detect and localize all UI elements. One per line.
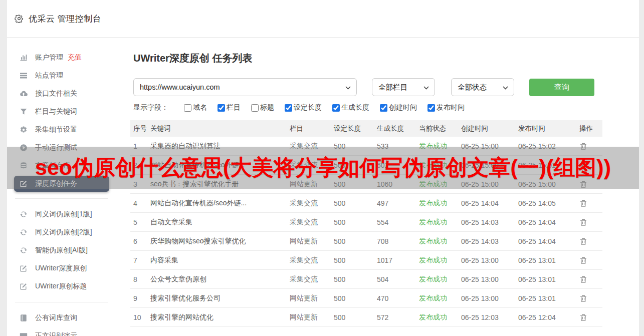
delete-trash-icon[interactable] [579,275,588,283]
cell-column: 采集交流 [290,218,334,227]
cell-set-length: 500 [334,237,377,245]
cell-gen-length: 470 [377,294,419,302]
recharge-link[interactable]: 充值 [68,53,82,62]
checkbox-input[interactable] [251,104,259,112]
cell-actions [579,313,605,321]
table-header-cell: 创建时间 [461,124,518,133]
column-select[interactable]: 全部栏目 [372,78,435,96]
field-checkbox-域名[interactable]: 域名 [184,103,207,112]
cell-keyword: 网站自动化宣传机器/seo外链... [150,199,290,208]
cell-no: 10 [133,313,150,321]
checkbox-label: 域名 [193,103,207,112]
sidebar-divider [15,302,108,302]
field-checkbox-发布时间[interactable]: 发布时间 [427,103,465,112]
checkbox-label: 标题 [260,103,274,112]
sidebar-item-smart-ai[interactable]: 智能伪原创[AI版] [7,241,126,259]
cell-keyword: 自动文章采集 [150,218,290,227]
sidebar-item-collect-settings[interactable]: 采集细节设置 [7,121,126,139]
checkbox-input[interactable] [427,104,435,112]
delete-trash-icon[interactable] [579,199,588,207]
cell-status: 发布成功 [419,218,461,227]
field-checkbox-创建时间[interactable]: 创建时间 [380,103,417,112]
site-select[interactable]: https://www.ucaiyun.com [133,78,357,96]
bar-chart-icon [19,54,28,62]
cell-column: 网站更新 [290,313,334,322]
cell-actions [579,275,605,283]
checkbox-label: 创建时间 [389,103,417,112]
table-header-cell: 关键词 [150,124,290,133]
cell-created-time: 06-25 13:00 [461,256,518,264]
table-row: 6庆华购物网站seo搜索引擎优化网站更新500708发布成功06-25 14:0… [130,232,602,251]
sidebar-item-label: 接口文件相关 [35,89,77,98]
sidebar-item-synonym-v1[interactable]: 同义词伪原创[1版] [7,205,126,223]
cell-column: 采集交流 [290,199,334,208]
field-checkbox-标题[interactable]: 标题 [251,103,274,112]
sidebar-item-public-dict[interactable]: 公有词库查询 [7,309,126,327]
gears-icon [19,126,28,134]
cell-status: 发布成功 [419,256,461,265]
query-button[interactable]: 查询 [529,79,594,96]
delete-trash-icon[interactable] [579,218,588,226]
cell-created-time: 06-25 14:04 [461,199,518,207]
sidebar-item-label: 站点管理 [35,71,63,80]
sidebar-item-label: 账户管理 [35,53,63,62]
cell-set-length: 500 [334,256,377,264]
table-row: 7内容采集采集交流5001017发布成功06-25 13:0006-25 13:… [130,251,602,270]
delete-trash-icon[interactable] [579,294,588,302]
server-icon [19,72,28,80]
cell-status: 发布成功 [419,313,461,322]
cell-gen-length: 572 [377,313,419,321]
checkbox-input[interactable] [285,104,292,112]
sidebar-item-label: 同义词伪原创[1版] [35,210,92,219]
cell-set-length: 500 [334,275,377,283]
monitor-icon [19,332,28,336]
site-select-value: https://www.ucaiyun.com [140,83,220,91]
cell-set-length: 500 [334,218,377,226]
delete-trash-icon[interactable] [579,313,588,321]
cell-keyword: 搜索引擎的网站优化 [150,313,290,322]
checkbox-input[interactable] [332,104,340,112]
checkbox-input[interactable] [218,104,225,112]
sidebar-item-synonym-v2[interactable]: 同义词伪原创[2版] [7,223,126,241]
cell-published-time: 06-25 12:04 [518,313,579,321]
status-select[interactable]: 全部状态 [451,78,514,96]
cell-actions [579,199,605,207]
sidebar-item-uwriter-title[interactable]: UWriter原创标题 [7,277,126,295]
cell-column: 网站更新 [290,237,334,246]
cell-set-length: 500 [334,294,377,302]
checkbox-label: 栏目 [227,103,241,112]
top-bar: 优采云 管理控制台 [7,0,639,38]
cell-keyword: 公众号文章伪原创 [150,275,290,284]
field-checkbox-生成长度[interactable]: 生成长度 [332,103,369,112]
sidebar-item-api-files[interactable]: 接口文件相关 [7,85,126,103]
table-header-cell: 操作 [579,124,605,133]
cell-published-time: 06-25 13:01 [518,275,579,283]
delete-trash-icon[interactable] [579,237,588,245]
sidebar-item-columns-keywords[interactable]: 栏目与关键词 [7,103,126,121]
cell-status: 发布成功 [419,237,461,246]
table-header-row: 序号关键词栏目设定长度生成长度当前状态创建时间发布时间操作 [130,120,602,137]
field-checkbox-栏目[interactable]: 栏目 [218,103,241,112]
cell-column: 网站更新 [290,294,334,303]
cell-actions [579,294,605,302]
table-header-cell: 设定长度 [334,124,377,133]
checkbox-input[interactable] [380,104,387,112]
delete-trash-icon[interactable] [579,256,588,264]
cell-created-time: 06-25 13:00 [461,275,518,283]
sync-icon [19,228,28,236]
page-title: UWriter深度原创 任务列表 [133,52,639,66]
cell-actions [579,218,605,226]
sidebar-item-account[interactable]: 账户管理充值 [7,49,126,67]
sidebar-item-uwriter-deep[interactable]: UWriter深度原创 [7,259,126,277]
display-fields-row: 显示字段： 域名栏目标题设定长度生成长度创建时间发布时间 [133,103,639,112]
sidebar-item-content-demo[interactable]: 正文识别演示 [7,327,126,336]
cell-gen-length: 554 [377,218,419,226]
sidebar-item-sites[interactable]: 站点管理 [7,67,126,85]
field-checkbox-设定长度[interactable]: 设定长度 [285,103,322,112]
sidebar-item-label: 智能伪原创[AI版] [35,246,88,255]
checkbox-input[interactable] [184,104,191,112]
sync-icon [19,246,28,254]
overlay-banner: seo伪原创什么意思(大美将分享如何写伪原创文章(一)(组图)) [7,147,639,189]
cell-set-length: 500 [334,199,377,207]
cell-set-length: 500 [334,313,377,321]
